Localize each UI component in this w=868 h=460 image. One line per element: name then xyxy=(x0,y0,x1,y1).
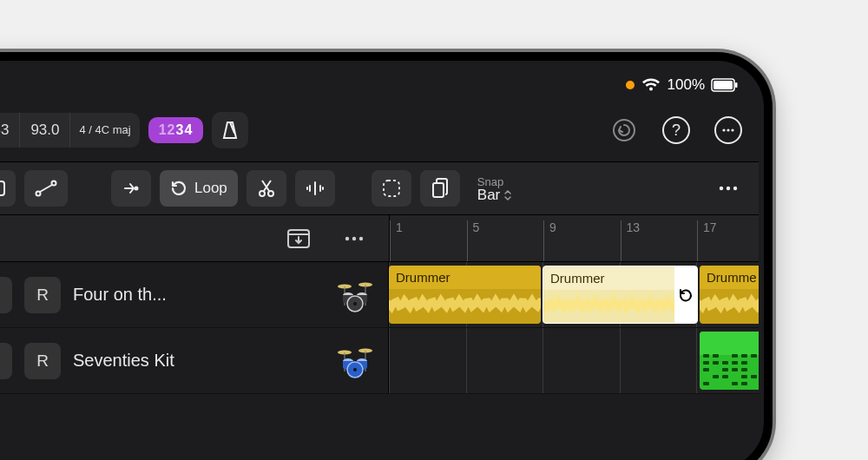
region[interactable]: Drummer xyxy=(542,266,698,324)
battery-percent: 100% xyxy=(667,76,705,94)
track-list: S R Four on th... DrummerDrummer Drumme … xyxy=(0,262,759,460)
instrument-icon[interactable] xyxy=(336,342,374,380)
track-header[interactable]: S R Seventies Kit xyxy=(0,328,389,393)
svg-point-4 xyxy=(722,128,725,131)
svg-rect-54 xyxy=(741,354,747,358)
ruler-tick: 13 xyxy=(621,220,641,261)
timeline-ruler[interactable]: 1591317 xyxy=(0,215,759,262)
svg-rect-67 xyxy=(722,375,728,378)
region[interactable]: Drumme xyxy=(700,266,759,324)
svg-point-10 xyxy=(135,187,138,190)
svg-point-6 xyxy=(731,128,733,131)
cut-button[interactable] xyxy=(247,170,286,207)
record-enable-button[interactable]: R xyxy=(24,277,61,313)
svg-point-50 xyxy=(353,368,357,371)
svg-point-11 xyxy=(260,191,265,196)
svg-rect-62 xyxy=(722,368,728,371)
time-signature-display[interactable]: 4 / 4 C maj xyxy=(69,113,139,148)
join-button[interactable] xyxy=(111,170,151,207)
select-button[interactable] xyxy=(372,170,411,207)
svg-rect-70 xyxy=(703,382,709,385)
toolbar-more-button[interactable] xyxy=(710,170,746,207)
marquee-tool-button[interactable] xyxy=(0,170,16,207)
tempo-display[interactable]: 93.0 xyxy=(19,113,69,148)
svg-point-34 xyxy=(353,302,357,306)
ruler-tick: 1 xyxy=(390,220,403,261)
svg-rect-66 xyxy=(713,375,719,378)
svg-rect-71 xyxy=(732,382,738,385)
svg-rect-13 xyxy=(384,181,399,196)
grid-line xyxy=(696,328,697,393)
screen: 100% 083 93.0 4 / 4 C maj 1234 ? xyxy=(0,66,759,460)
device-frame: 100% 083 93.0 4 / 4 C maj 1234 ? xyxy=(0,52,773,460)
svg-point-16 xyxy=(727,187,730,190)
record-enable-button[interactable]: R xyxy=(24,343,61,379)
undo-button[interactable] xyxy=(606,112,642,148)
wifi-icon xyxy=(641,78,661,92)
snap-control[interactable]: Snap Bar xyxy=(477,175,512,201)
loop-handle[interactable] xyxy=(674,266,697,323)
svg-point-17 xyxy=(733,187,737,190)
svg-rect-64 xyxy=(741,368,747,371)
region[interactable] xyxy=(700,332,759,390)
help-button[interactable]: ? xyxy=(658,112,694,148)
grid-line xyxy=(620,328,621,393)
svg-rect-61 xyxy=(703,368,709,371)
lcd-segment: 083 93.0 4 / 4 C maj xyxy=(0,113,140,148)
svg-rect-59 xyxy=(732,361,738,365)
import-button[interactable] xyxy=(281,221,316,256)
position-display[interactable]: 083 xyxy=(0,113,19,148)
grid-line xyxy=(542,328,543,393)
svg-rect-56 xyxy=(703,361,709,365)
automation-tool-button[interactable] xyxy=(24,170,68,207)
region[interactable]: Drummer xyxy=(389,266,541,324)
svg-rect-7 xyxy=(0,181,4,195)
snap-value: Bar xyxy=(477,188,500,201)
svg-rect-14 xyxy=(433,183,444,197)
track-more-button[interactable] xyxy=(337,221,372,256)
editor-toolbar: Loop Snap Bar xyxy=(0,161,759,215)
count-in-button[interactable]: 1234 xyxy=(148,117,204,143)
stepper-icon xyxy=(503,189,512,201)
svg-point-3 xyxy=(614,120,635,141)
loop-button[interactable]: Loop xyxy=(160,170,238,207)
svg-point-19 xyxy=(345,236,349,240)
svg-rect-2 xyxy=(735,82,738,88)
svg-rect-1 xyxy=(713,81,733,89)
ruler-tick: 9 xyxy=(543,220,556,261)
metronome-button[interactable] xyxy=(212,112,248,148)
svg-rect-72 xyxy=(741,382,747,385)
svg-rect-51 xyxy=(703,354,709,358)
copy-button[interactable] xyxy=(420,170,460,207)
svg-point-21 xyxy=(359,236,363,240)
track-header[interactable]: S R Four on th... xyxy=(0,262,389,327)
region-label: Drummer xyxy=(389,266,541,289)
solo-button[interactable]: S xyxy=(0,277,12,313)
ruler-tick: 17 xyxy=(697,220,717,261)
recording-indicator-dot xyxy=(626,81,635,89)
svg-rect-53 xyxy=(732,354,738,358)
track-lane[interactable]: DrummerDrummer Drumme xyxy=(389,262,759,327)
ruler-tick: 5 xyxy=(467,220,480,261)
region-label xyxy=(700,332,759,355)
track-lane[interactable] xyxy=(389,328,759,393)
svg-point-5 xyxy=(727,128,729,131)
svg-rect-60 xyxy=(741,361,747,365)
more-button[interactable] xyxy=(710,112,746,148)
split-button[interactable] xyxy=(295,170,335,207)
svg-rect-58 xyxy=(722,361,728,365)
grid-line xyxy=(389,328,390,393)
time-signature-value: 4 / 4 xyxy=(79,124,101,136)
track-name: Four on th... xyxy=(73,285,324,305)
svg-point-9 xyxy=(52,181,56,186)
svg-point-15 xyxy=(720,187,723,190)
track-row: S R Seventies Kit xyxy=(0,328,759,394)
instrument-icon[interactable] xyxy=(336,276,374,314)
loop-label: Loop xyxy=(194,180,227,197)
svg-rect-55 xyxy=(751,354,757,358)
solo-button[interactable]: S xyxy=(0,343,12,379)
status-bar: 100% xyxy=(626,76,738,94)
svg-point-20 xyxy=(352,236,356,240)
svg-rect-69 xyxy=(751,375,757,378)
transport-bar: 083 93.0 4 / 4 C maj 1234 ? xyxy=(0,106,759,154)
